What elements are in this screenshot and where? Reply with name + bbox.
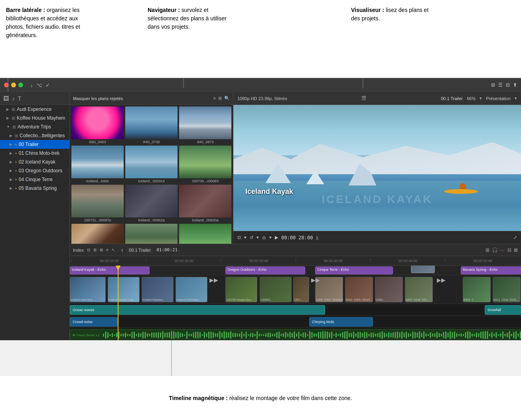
thumbnail-img0453[interactable]: IMG_0453 [71,106,124,144]
headphones-icon[interactable]: 🎧 [492,247,498,253]
svg-rect-172 [480,332,482,339]
timeline-clip3-icon[interactable]: ⊠ [100,248,103,252]
index-label[interactable]: Index [73,248,84,252]
list-view-icon[interactable]: ☰ [498,82,503,88]
titles-icon[interactable]: T [18,95,22,102]
viewer-video: ICELAND KAYAK Iceland Kayak [233,105,521,231]
clip-travel-theme[interactable]: ✿ Travel theme v.2 [70,329,521,340]
thumbnail-img0873[interactable]: IMG_0873 [179,106,231,144]
clip-ocean-waves[interactable]: Ocean waves [70,305,325,315]
timeline-left-arrow[interactable]: ‹ [121,246,123,254]
keywording-icon[interactable]: ⌥ [36,82,42,88]
clip-crowd-noise[interactable]: Crowd noise [70,317,118,327]
thumbnail-iceland00462a[interactable]: Iceland...00462a [125,185,178,222]
sidebar-item-adventure[interactable]: ▼ ⊞ Adventure Trips [0,122,69,131]
svg-rect-187 [513,332,514,338]
layout-icon[interactable]: ⊟ [507,247,511,253]
svg-rect-188 [515,331,517,339]
sidebar-item-02iceland[interactable]: ▶ + 02 Iceland Kayak [0,158,69,166]
clip-oregon-echo[interactable]: Oregon Outdoors - Écho [225,266,305,274]
settings-icon[interactable]: ⊠ [514,247,518,253]
sidebar-item-label: 00 Trailer [19,142,39,147]
browser: Masquer les plans rejetés ≡ ⊞ 🔍 IMG_0453 [70,92,233,244]
timeline-project[interactable]: 00.1 Trailer [126,247,153,253]
browser-filter-label[interactable]: Masquer les plans rejetés [73,96,211,101]
browser-clip-icon[interactable]: ≡ [213,96,216,101]
zoom-chevron-icon[interactable]: ▾ [480,96,482,101]
clip-snowfall[interactable]: Snowfall [485,305,521,315]
thumbnail-img0730[interactable]: IMG_0730 [125,106,178,144]
svg-rect-20 [147,333,148,337]
viewer-effects-icon[interactable]: ◎ [262,235,266,240]
play-icon[interactable]: ▶ [275,235,278,240]
thumbnail-iceland0494[interactable]: Iceland...0494 [71,146,124,183]
floating-clip-a005[interactable]: A005_C00... [411,266,435,273]
thumbnail-150730v00083[interactable]: 150730...v00083 [179,146,231,183]
viewer-chevron-icon[interactable]: ▾ [244,235,247,240]
thumbnail-a011c516bps[interactable]: A011_C...516BPs [71,224,124,244]
thumbnail-15073100087a[interactable]: 150731...00087a [71,185,124,222]
viewer-zoom[interactable]: 66% [467,96,476,101]
clip-label-iceland-hofn: Iceland-Hofn-Bea... [70,298,95,301]
svg-rect-174 [485,331,486,339]
browser-grid-icon[interactable]: ⊞ [218,96,222,101]
viewer-crop-icon[interactable]: ⊡ [237,235,241,240]
viewer-chevron3-icon[interactable]: ▾ [269,235,272,240]
thumbnail-iceland00620a[interactable]: Iceland...00620a [179,185,231,222]
sidebar-item-01china[interactable]: ▶ + 01 China Moto-trek [0,149,69,158]
sidebar-item-koffee[interactable]: ▶ ⊞ Koffee House Mayhem [0,114,69,122]
svg-rect-173 [482,331,484,339]
clip-bavaria-echo[interactable]: Bavaria Spring - Écho [461,266,521,274]
zoom-in-icon[interactable]: ⊞ [485,247,489,253]
viewer-chevron2-icon[interactable]: ▾ [257,235,259,240]
svg-rect-142 [414,332,416,338]
inspector-icon[interactable]: ⊟ [506,82,510,88]
viewer-transform-icon[interactable]: ↺ [250,235,253,240]
thumbnail-iceland000314[interactable]: Iceland...000314 [125,146,178,183]
thumbnail-b009c187vas[interactable]: B009_C...187Vas [125,224,178,244]
sidebar-item-00trailer[interactable]: ▶ + 00 Trailer [0,140,69,149]
thumbnail-b025c21mebs[interactable]: B025_C...21MEbs [179,224,231,244]
svg-rect-45 [201,334,203,336]
sidebar-item-05bavaria[interactable]: ▶ + 05 Bavaria Spring [0,184,69,193]
thumbnail-label: IMG_0453 [71,140,124,144]
timeline-clip4-icon[interactable]: ≡ [106,248,109,252]
svg-rect-114 [353,331,354,338]
minimize-button[interactable] [11,83,16,87]
viewer-content: ICELAND KAYAK Iceland Kayak [233,105,521,231]
svg-rect-51 [215,333,216,337]
audio-icon[interactable]: ♪ [12,95,15,102]
clip-chirping-birds[interactable]: Chirping birds [309,317,373,327]
fullscreen-icon[interactable]: ⤢ [513,235,517,240]
viewer-presentation[interactable]: Présentation [486,96,511,101]
audio-track-crowd: Crowd noise Chirping birds [70,316,521,328]
clip-cinque-echo[interactable]: Cinque Terre - Écho [315,266,393,274]
import-icon[interactable]: ↓ [30,82,33,88]
chevron-right-icon: ▶ [10,177,12,181]
chevron-right-icon: ▶ [10,134,12,138]
fullscreen-button[interactable] [18,83,23,87]
sidebar-item-collections[interactable]: ▶ ⊞ Collectio...ttelligentes [0,131,69,140]
photos-icon[interactable]: 🖼 [3,95,9,102]
close-button[interactable] [4,83,9,87]
review-icon[interactable]: ✓ [45,82,50,88]
sidebar-item-audi[interactable]: ▶ ⊞ Audi Experience [0,105,69,114]
color-icon[interactable]: — [500,247,505,253]
timeline-cursor-icon[interactable]: ↖ [112,248,115,252]
timeline-clip-icon[interactable]: ⊟ [87,248,90,252]
timeline-clip2-icon[interactable]: ⊞ [93,248,97,252]
svg-rect-34 [178,331,179,338]
svg-rect-39 [188,334,189,336]
clip-label-iceland-dyrh: Iceland-Dyrholaey... [176,298,201,301]
svg-rect-21 [149,334,150,336]
sidebar-item-03oregon[interactable]: ▶ + 03 Oregon Outdoors [0,166,69,175]
thumbnail-image [179,146,231,178]
presentation-chevron-icon[interactable]: ▾ [515,96,517,101]
sidebar-item-04cinque[interactable]: ▶ + 04 Cinque Terre [0,175,69,184]
browser-search-icon[interactable]: 🔍 [224,96,230,101]
share-icon[interactable]: ⬆ [513,82,517,88]
annotation-bottom: Timeline magnétique : réalisez le montag… [0,376,521,420]
clip-label-a007: A007_C018_051... [405,298,429,301]
clip-iceland-echo[interactable]: Iceland Kayak - Écho [70,266,150,274]
grid-view-icon[interactable]: ⊞ [491,82,495,88]
